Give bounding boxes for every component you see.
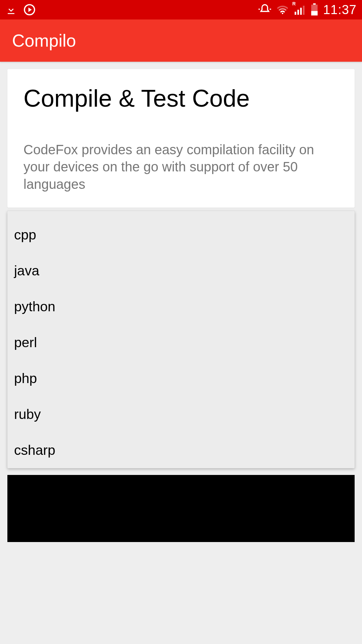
signal-roaming-label: R xyxy=(292,1,296,6)
svg-rect-8 xyxy=(311,11,317,15)
status-left xyxy=(5,3,36,16)
svg-rect-3 xyxy=(297,10,299,15)
app-title: Compilo xyxy=(12,31,76,51)
app-bar: Compilo xyxy=(0,19,362,62)
signal-icon: R xyxy=(294,4,306,16)
language-item-python[interactable]: python xyxy=(7,289,355,325)
play-circle-icon xyxy=(23,3,36,16)
wifi-icon xyxy=(276,3,289,16)
svg-rect-6 xyxy=(313,3,316,5)
language-item-ruby[interactable]: ruby xyxy=(7,396,355,432)
language-item-csharp[interactable]: csharp xyxy=(7,432,355,468)
content-area: Compile & Test Code CodeFox provides an … xyxy=(0,62,362,476)
language-item-perl[interactable]: perl xyxy=(7,325,355,361)
language-item-java[interactable]: java xyxy=(7,253,355,289)
language-dropdown[interactable]: cpp java python perl php ruby csharp xyxy=(7,211,355,468)
language-item-cpp[interactable]: cpp xyxy=(7,217,355,253)
status-bar: R 11:37 xyxy=(0,0,362,19)
card-description: CodeFox provides an easy compilation fac… xyxy=(23,141,339,193)
svg-rect-5 xyxy=(303,6,305,15)
download-icon xyxy=(5,4,17,15)
svg-rect-4 xyxy=(300,8,302,15)
bell-vibrate-icon xyxy=(258,3,272,16)
language-item-php[interactable]: php xyxy=(7,361,355,396)
status-right: R 11:37 xyxy=(258,3,357,17)
info-card: Compile & Test Code CodeFox provides an … xyxy=(7,69,355,208)
bottom-panel xyxy=(7,475,355,542)
card-title: Compile & Test Code xyxy=(23,85,339,112)
svg-rect-2 xyxy=(295,12,296,15)
battery-icon xyxy=(310,3,318,16)
status-time: 11:37 xyxy=(323,3,357,17)
svg-point-1 xyxy=(282,13,283,14)
